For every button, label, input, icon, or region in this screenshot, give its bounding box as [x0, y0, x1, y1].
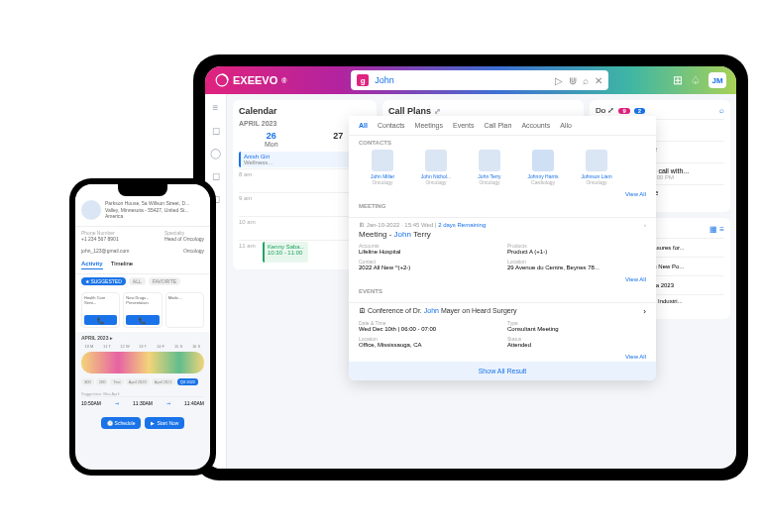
content-card[interactable]: Medic... — [165, 292, 204, 328]
tag[interactable]: April 2020 — [126, 378, 150, 385]
expand-icon[interactable]: ⤢ — [607, 106, 614, 115]
card-title: Do — [596, 106, 605, 115]
dropdown-tabs: All Contacts Meetings Events Call Plan A… — [349, 116, 656, 136]
view-all-link[interactable]: View All — [349, 189, 656, 199]
show-all-button[interactable]: Show All Result — [349, 362, 656, 380]
tab-meetings[interactable]: Meetings — [415, 122, 443, 129]
view-all-link[interactable]: View All — [349, 274, 656, 284]
search-dropdown: All Contacts Meetings Events Call Plan A… — [349, 116, 656, 380]
list-item[interactable]: 10:50AM⇒11:30AM⇒11:40AM — [81, 396, 204, 409]
nav-icon[interactable]: ◻ — [212, 125, 220, 136]
calendar-day[interactable]: 26Mon — [239, 131, 304, 148]
tab-callplan[interactable]: Call Plan — [484, 122, 511, 129]
section-label: EVENTS — [359, 288, 646, 294]
section-label: MEETING — [359, 203, 646, 209]
mic-icon[interactable]: ⋓ — [569, 75, 577, 86]
schedule-button[interactable]: 🕐 Schedule — [101, 417, 142, 429]
contact-result[interactable]: John Nichol...Oncology — [412, 150, 460, 185]
email: john_123@gmail.com — [81, 248, 129, 254]
tag[interactable]: Q3 2022 — [177, 378, 198, 385]
event-result[interactable]: 🗓 Conference of Dr. John Mayer on Heard … — [349, 302, 656, 352]
tablet-screen: EXEEVO® g ▷ ⋓ ⌕ ✕ ⊞ ♤ JM ≡ ◻ ◯ ◻ ◻ Calen… — [205, 66, 736, 469]
chevron-right-icon: › — [643, 307, 646, 316]
department: Oncology — [183, 248, 204, 254]
meeting-result[interactable]: 🗓 Jan-10-2022 · 15:45 Wed | 2 days Remai… — [349, 217, 656, 274]
start-now-button[interactable]: ▶ Start Now — [145, 417, 184, 429]
expand-icon[interactable]: ⤢ — [434, 107, 441, 116]
tag[interactable]: 300 — [81, 378, 94, 385]
content-card[interactable]: Health Care Servi...📞 — [81, 292, 120, 328]
address: Parkson House, 5a Willson Street, D... V… — [105, 200, 204, 220]
todo-badge: 9 — [618, 108, 629, 114]
filter-chip[interactable]: ★ SUGGESTED — [81, 277, 126, 285]
filter-chip[interactable]: ALL — [129, 277, 146, 285]
tab-accounts[interactable]: Accounts — [521, 122, 550, 129]
menu-icon[interactable]: ≡ — [213, 102, 219, 113]
phone-frame: Parkson House, 5a Willson Street, D... V… — [69, 178, 216, 476]
tab-timeline[interactable]: Timeline — [111, 261, 133, 269]
nav-icon[interactable]: ◻ — [212, 170, 220, 181]
global-search[interactable]: g ▷ ⋓ ⌕ ✕ — [351, 70, 608, 90]
add-icon[interactable]: ⊞ — [673, 73, 683, 87]
tab-all[interactable]: All — [359, 122, 368, 129]
bell-icon[interactable]: ♤ — [691, 74, 701, 87]
contact-result[interactable]: John MillerOncology — [359, 150, 406, 185]
send-icon[interactable]: ▷ — [555, 75, 563, 86]
contact-result[interactable]: Johnny HarrisCardiology — [519, 150, 567, 185]
section-label: CONTACTS — [359, 140, 646, 146]
nav-icon[interactable]: ◯ — [210, 148, 221, 159]
todo-badge: 2 — [634, 108, 645, 114]
activity-wave — [81, 352, 204, 373]
card-title: Call Plans — [388, 106, 431, 116]
contact-result[interactable]: John TerryOncology — [466, 150, 513, 185]
chevron-right-icon: › — [644, 222, 646, 228]
tab-contacts[interactable]: Contacts — [378, 122, 405, 129]
filter-chip[interactable]: FAVORITE — [149, 277, 180, 285]
call-icon[interactable]: 📞 — [84, 315, 117, 325]
search-icon[interactable]: ⌕ — [583, 75, 589, 86]
search-icon[interactable]: ⌕ — [719, 106, 724, 115]
month-label[interactable]: APRIL 2023 ▸ — [75, 332, 210, 344]
tab-activity[interactable]: Activity — [81, 261, 103, 269]
specialty: Head of Oncology — [164, 236, 204, 242]
tab-events[interactable]: Events — [453, 122, 474, 129]
phone-screen: Parkson House, 5a Willson Street, D... V… — [75, 184, 210, 470]
close-icon[interactable]: ✕ — [595, 75, 602, 86]
search-input[interactable] — [375, 75, 549, 85]
calendar-title: Calendar — [239, 106, 277, 116]
content-card[interactable]: New Drugs - Presentation📞 — [123, 292, 162, 328]
calendar-event[interactable]: Kenny Saba...10:30 - 11:00 — [263, 242, 308, 263]
brand-logo: EXEEVO® — [215, 73, 286, 87]
logo-icon — [215, 73, 229, 87]
grid-icon[interactable]: ▦ ≡ — [709, 225, 724, 234]
tab-allo[interactable]: Allo — [560, 122, 572, 129]
contact-result[interactable]: Johnson LiamOncology — [573, 150, 620, 185]
view-all-link[interactable]: View All — [349, 352, 656, 362]
user-avatar[interactable]: JM — [708, 72, 726, 88]
tag[interactable]: 200 — [96, 378, 109, 385]
tag[interactable]: Test — [110, 378, 123, 385]
tablet-frame: EXEEVO® g ▷ ⋓ ⌕ ✕ ⊞ ♤ JM ≡ ◻ ◯ ◻ ◻ Calen… — [193, 54, 748, 480]
search-brand-icon: g — [357, 74, 369, 86]
app-header: EXEEVO® g ▷ ⋓ ⌕ ✕ ⊞ ♤ JM — [205, 66, 736, 94]
avatar[interactable] — [81, 200, 101, 220]
call-icon[interactable]: 📞 — [126, 315, 159, 325]
tag[interactable]: April 2021 — [152, 378, 175, 385]
phone-number: +1 234 567 8901 — [81, 236, 119, 242]
